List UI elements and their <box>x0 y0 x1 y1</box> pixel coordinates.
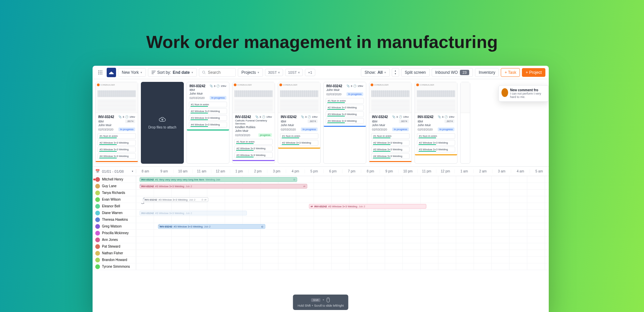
location-dropdown[interactable]: New York▾ <box>118 68 146 77</box>
card-assignee: John Muir <box>190 92 226 95</box>
timeline-track[interactable] <box>136 243 549 250</box>
comment-popup[interactable]: New comment fro I can not perform t very… <box>498 85 549 102</box>
wo-card[interactable]: INV-03242 3 15hr John Muir 02/03/2020In … <box>323 82 366 164</box>
avatar <box>95 184 100 189</box>
resize-handle[interactable] <box>140 177 141 179</box>
task-item[interactable]: #2 Window 3×3 Welding <box>417 140 455 146</box>
apps-icon[interactable] <box>96 68 105 77</box>
add-project-button[interactable]: + Project <box>522 68 545 77</box>
person-cell[interactable]: Ann Jones <box>93 237 136 243</box>
time-col: 9 pm <box>380 169 399 173</box>
person-cell[interactable]: Diane Warren <box>93 210 136 216</box>
search-input-wrap[interactable] <box>199 68 236 77</box>
person-cell[interactable]: Mitchell Henry <box>93 176 136 183</box>
timeline-bar[interactable]: INV-03242#3 Window 3×3 WeldingJob 2 <box>140 211 247 215</box>
bar-end-icon[interactable]: ⇄ <box>303 185 306 188</box>
wo-card[interactable]: COREBUILDER INV-03242 3 15hr IBM.8674 Jo… <box>278 82 321 164</box>
task-item[interactable]: #3 Window 3×3 Welding <box>189 115 227 121</box>
card-client: Catholic Funeral Cemetery Services <box>235 119 272 125</box>
task-item[interactable]: #4 Window 3×3 Welding <box>371 153 410 159</box>
task-item[interactable]: #2 Window 3×3 Welding <box>189 108 227 114</box>
date-range-picker[interactable]: 01/01 - 01/08 ▾ <box>93 169 136 173</box>
status-badge: In progress <box>438 127 454 131</box>
timeline-track[interactable] <box>136 190 549 196</box>
timeline-track[interactable]: INV-03242#3 Window 3×3 WeldingJob 2⇄ <box>136 183 549 189</box>
timeline-bar[interactable]: INV-03242#3 Window 3×3 WeldingJob 2⊘ ⇄ <box>143 197 208 202</box>
timeline-track[interactable]: INV-03242#3 Window 3×3 WeldingJob 2 <box>136 210 549 216</box>
person-cell[interactable]: Tanya Richards <box>93 190 136 196</box>
add-task-button[interactable]: + Task <box>501 68 520 77</box>
task-item[interactable]: #2 Window 3×3 Welding <box>280 140 318 146</box>
task-item[interactable]: #1 Non in enim <box>98 133 136 139</box>
timeline-track[interactable] <box>136 230 549 236</box>
task-item[interactable]: #1 Non in enim <box>280 133 318 139</box>
resize-handle[interactable] <box>143 197 144 199</box>
timeline-track[interactable]: ⇄INV-03242#3 Window 3×3 WeldingJob 2 <box>136 203 549 209</box>
brand-logo[interactable] <box>107 68 116 77</box>
wo-card[interactable]: COREBUILDER INV-03242 3 15hr Catholic Fu… <box>232 82 275 164</box>
person-cell[interactable]: Evan Wilson <box>93 196 136 203</box>
task-item[interactable]: #2 Window 3×3 Welding <box>234 146 273 151</box>
timeline-track[interactable] <box>136 250 549 256</box>
task-item[interactable]: #4 Window 3×3 Welding <box>189 122 227 127</box>
task-item[interactable]: #1 Non in enim <box>234 139 273 145</box>
bar-end-icon[interactable]: ⊘ <box>293 178 296 181</box>
wo-card[interactable]: INV-03242 3 15hr IBM John Muir 02/03/202… <box>186 82 229 164</box>
timeline-track[interactable] <box>136 216 549 223</box>
task-item[interactable]: #3 Window 3×3 Welding <box>326 111 364 117</box>
resize-handle[interactable] <box>158 224 159 226</box>
timeline-track[interactable] <box>136 237 549 243</box>
timeline-track[interactable]: INV-03242#1 Very very very very very lon… <box>136 176 549 183</box>
file-drop-zone[interactable]: Drop files to attach <box>141 82 184 164</box>
person-cell[interactable]: Greg Watson <box>93 223 136 229</box>
person-cell[interactable]: Guy Lane <box>93 183 136 189</box>
task-item[interactable]: #3 Window 3×3 Welding <box>98 147 136 152</box>
task-item[interactable]: #1 Non in enim <box>371 133 410 139</box>
timeline-track[interactable]: INV-03242#3 Window 3×3 WeldingJob 2◐ <box>136 223 549 229</box>
inventory-button[interactable]: Inventory <box>475 68 499 77</box>
task-item[interactable]: #2 Window 3×3 Welding <box>98 140 136 146</box>
timeline-bar[interactable]: ⇄INV-03242#3 Window 3×3 WeldingJob 2 <box>309 204 426 209</box>
sort-dropdown[interactable]: Sort by: End date▾ <box>148 68 197 77</box>
resize-handle[interactable] <box>140 184 141 186</box>
person-cell[interactable]: Tyrone Simmmons <box>93 263 136 270</box>
search-input[interactable] <box>208 70 231 75</box>
filter-chip-30st[interactable]: 30ST × <box>265 69 283 76</box>
task-item[interactable]: #1 Non in enim <box>326 98 364 104</box>
person-cell[interactable]: Theresa Hawkins <box>93 216 136 223</box>
person-cell[interactable]: Brandon Howard <box>93 257 136 263</box>
person-cell[interactable]: Nathan Fisher <box>93 250 136 256</box>
wo-card[interactable]: COREBUILDER INV-03242 3 15hr IBM.8674 Jo… <box>369 82 412 164</box>
task-item[interactable]: #2 Window 3×3 Welding <box>326 105 364 110</box>
task-item[interactable]: #1 Non in enim <box>417 133 455 139</box>
wo-card-partial[interactable] <box>460 82 470 164</box>
split-screen-button[interactable]: Split screen <box>401 68 430 77</box>
person-cell[interactable]: Eleanor Bell <box>93 203 136 209</box>
timeline-track[interactable] <box>136 263 549 270</box>
card-pill: .8674 <box>399 119 409 123</box>
timeline-track[interactable]: INV-03242#3 Window 3×3 WeldingJob 2⊘ ⇄⤻ <box>136 196 549 203</box>
bar-end-icon[interactable]: ⊘ ⇄ <box>201 198 207 201</box>
filter-chip-more[interactable]: +1 <box>305 69 315 76</box>
timeline-bar[interactable]: INV-03242#1 Very very very very very lon… <box>140 177 297 182</box>
task-item[interactable]: #4 Window 3×3 Welding <box>326 118 364 124</box>
timeline-bar[interactable]: INV-03242#3 Window 3×3 WeldingJob 2◐ <box>158 224 265 229</box>
filter-chip-10st[interactable]: 10ST × <box>285 69 303 76</box>
inbound-wo-button[interactable]: Inbound WO 23 <box>432 68 473 77</box>
person-cell[interactable]: Priscilla Mckinney <box>93 230 136 236</box>
timeline-bar[interactable]: INV-03242#3 Window 3×3 WeldingJob 2⇄ <box>140 184 307 189</box>
person-cell[interactable]: Pat Steward <box>93 243 136 250</box>
nav-arrows[interactable]: ▴▾ <box>392 68 399 77</box>
task-item[interactable]: #1 Non in enim <box>189 102 227 107</box>
projects-dropdown[interactable]: Projects▾ <box>238 68 263 77</box>
show-dropdown[interactable]: Show: All▾ <box>361 68 390 77</box>
wo-card[interactable]: COREBUILDER INV-03242 3 15hr IBM.8674 Jo… <box>415 82 458 164</box>
bar-end-icon[interactable]: ◐ <box>261 225 264 228</box>
wo-card[interactable]: COREBUILDER INV-03242 3 15hr IBM.8674 Jo… <box>95 82 138 164</box>
task-item[interactable]: #2 Window 3×3 Welding <box>371 140 410 146</box>
task-item[interactable]: #3 Window 3×3 Welding <box>371 147 410 152</box>
task-item[interactable]: #4 Window 3×3 Welding <box>98 153 136 159</box>
task-item[interactable]: #3 Window 3×3 Welding <box>234 152 273 158</box>
timeline-track[interactable] <box>136 257 549 263</box>
task-item[interactable]: #3 Window 3×3 Welding <box>417 147 455 152</box>
